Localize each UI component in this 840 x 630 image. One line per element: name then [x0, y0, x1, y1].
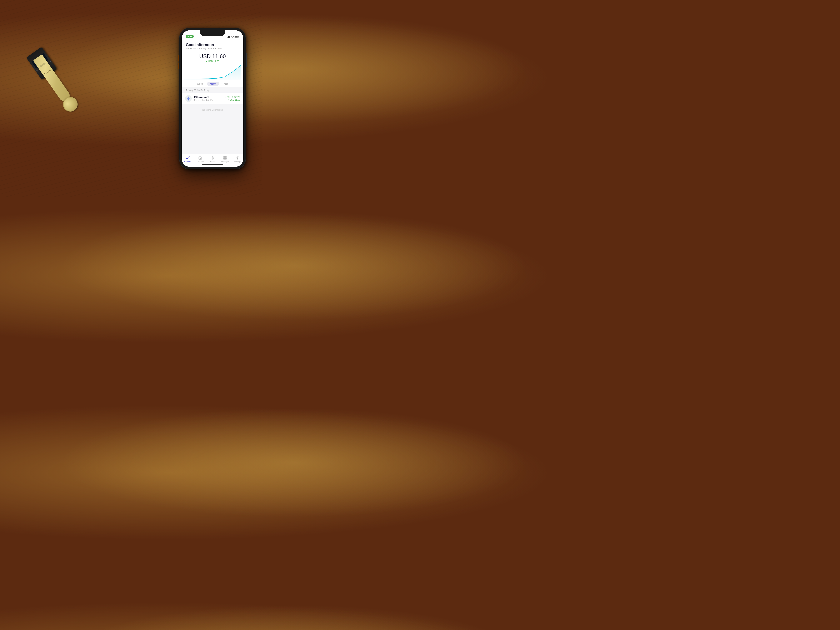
svg-rect-6 — [235, 36, 238, 37]
operations-date: January 09, 2019 - Today — [182, 87, 243, 93]
operation-details: Ethereum 1 Received at 4:01 PM — [194, 96, 222, 101]
status-bar: 4:02 — [182, 30, 243, 39]
nav-accounts-label: Accounts — [196, 161, 204, 163]
nav-portfolio[interactable]: Portfolio — [184, 156, 191, 163]
up-arrow-icon — [206, 61, 207, 62]
svg-rect-17 — [224, 158, 224, 159]
app-content: Good afternoon Here's the summary of you… — [182, 39, 243, 167]
svg-rect-15 — [224, 156, 224, 158]
transfer-nav-icon — [210, 156, 215, 160]
operation-usd-amount: + USD 11.60 — [224, 99, 240, 101]
svg-rect-5 — [238, 36, 239, 37]
ethereum-icon — [185, 95, 192, 102]
nav-settings[interactable]: Settings — [234, 156, 241, 163]
svg-rect-1 — [227, 37, 228, 38]
period-week-btn[interactable]: Week — [194, 82, 206, 86]
portfolio-change-value: USD 11.60 — [208, 60, 219, 63]
iphone: 4:02 — [179, 28, 246, 169]
nav-manager-label: Manager — [221, 161, 229, 163]
greeting-text: Good afternoon — [186, 43, 239, 47]
nav-accounts[interactable]: Accounts — [196, 156, 204, 163]
svg-rect-12 — [199, 157, 202, 159]
status-time: 4:02 — [186, 35, 194, 38]
wifi-icon — [231, 36, 234, 38]
notch — [200, 30, 225, 36]
operation-name: Ethereum 1 — [194, 96, 222, 99]
subtitle-text: Here's the summary of your account — [186, 47, 239, 50]
iphone-outer-shell: 4:02 — [179, 28, 246, 169]
ledger-blade: Ledger — [33, 54, 72, 103]
svg-point-13 — [200, 158, 201, 159]
ledger-brand-text: Ledger — [44, 69, 51, 75]
no-more-operations: No More Operations — [182, 104, 243, 115]
operation-eth-amount: + ETH 0.07725 — [224, 96, 240, 98]
period-month-btn[interactable]: Month — [207, 82, 219, 86]
period-selector: Week Month Year — [182, 80, 243, 87]
app-header: Good afternoon Here's the summary of you… — [182, 39, 243, 52]
ledger-hardware: Ethereum Ethereum Ledger — [17, 40, 92, 122]
battery-icon — [235, 36, 239, 38]
ledger-right-button — [49, 61, 51, 62]
portfolio-usd-value: USD 11.60 — [182, 53, 243, 60]
portfolio-nav-icon — [185, 156, 190, 160]
nav-manager[interactable]: Manager — [221, 156, 229, 163]
portfolio-value-section: USD 11.60 USD 11.60 — [182, 52, 243, 63]
iphone-screen: 4:02 — [182, 30, 243, 167]
operations-section: January 09, 2019 - Today Ethereum 1 — [182, 87, 243, 154]
volume-down-button — [178, 63, 179, 69]
operation-amounts: + ETH 0.07725 + USD 11.60 — [224, 96, 240, 101]
volume-up-button — [178, 55, 179, 61]
accounts-nav-icon — [198, 156, 202, 160]
period-year-btn[interactable]: Year — [220, 82, 231, 86]
svg-rect-18 — [226, 158, 226, 159]
nav-portfolio-label: Portfolio — [184, 161, 191, 163]
nav-transfer[interactable]: Transfer — [209, 156, 216, 163]
signal-icon — [227, 36, 230, 38]
status-bar-icons — [227, 36, 239, 38]
chart-svg — [184, 63, 241, 80]
ledger-left-button — [36, 70, 38, 72]
portfolio-chart — [182, 63, 243, 80]
manager-nav-icon — [223, 156, 227, 160]
nav-settings-label: Settings — [234, 161, 241, 163]
svg-rect-3 — [229, 36, 230, 38]
svg-rect-2 — [228, 36, 229, 38]
operation-item[interactable]: Ethereum 1 Received at 4:01 PM + ETH 0.0… — [182, 93, 243, 104]
portfolio-change: USD 11.60 — [182, 60, 243, 63]
nav-transfer-label: Transfer — [209, 161, 216, 163]
home-indicator — [202, 164, 223, 165]
svg-rect-0 — [227, 37, 227, 38]
settings-nav-icon — [235, 156, 240, 160]
svg-point-19 — [237, 157, 238, 158]
svg-rect-16 — [226, 156, 226, 158]
operation-time: Received at 4:01 PM — [194, 99, 222, 101]
